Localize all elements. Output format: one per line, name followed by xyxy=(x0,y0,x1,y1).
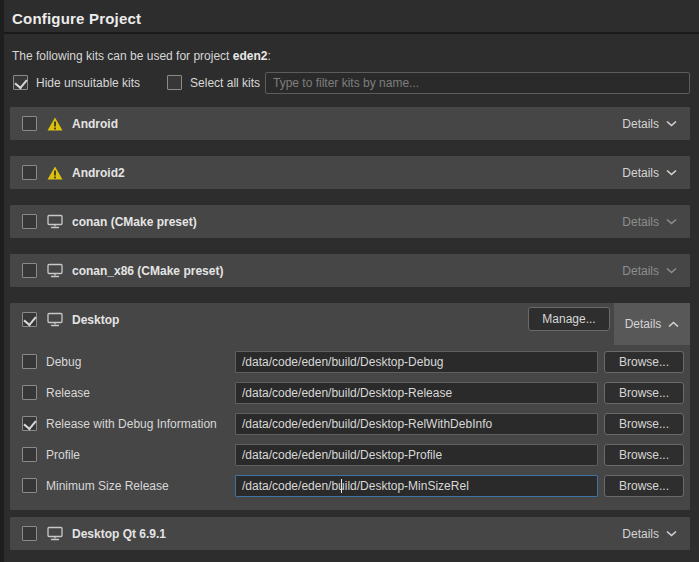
manage-kits-button[interactable]: Manage... xyxy=(528,307,610,331)
build-config-label: Release with Debug Information xyxy=(46,417,217,431)
kit-name: Desktop xyxy=(72,313,119,327)
release-checkbox[interactable] xyxy=(22,385,37,400)
details-label: Details xyxy=(622,117,659,131)
kits-description-prefix: The following kits can be used for proje… xyxy=(12,49,233,63)
details-label: Details xyxy=(622,264,659,278)
kits-description: The following kits can be used for proje… xyxy=(12,49,271,63)
chevron-down-icon xyxy=(666,530,677,537)
minsizerel-checkbox[interactable] xyxy=(22,478,37,493)
kits-description-suffix: : xyxy=(267,49,270,63)
select-all-kits-label: Select all kits xyxy=(190,76,260,90)
warning-icon xyxy=(47,117,63,131)
kit-conan-x86-details-toggle: Details xyxy=(609,254,690,287)
minsizerel-path-input[interactable] xyxy=(235,475,598,497)
kit-name: Desktop Qt 6.9.1 xyxy=(72,527,166,541)
kit-desktop-details-toggle[interactable]: Details xyxy=(614,303,690,345)
debug-path-input[interactable] xyxy=(235,351,598,373)
profile-config-option[interactable]: Profile xyxy=(22,447,80,462)
title-divider xyxy=(4,32,699,34)
build-config-label: Release xyxy=(46,386,90,400)
chevron-down-icon xyxy=(666,169,677,176)
kit-android2-details-toggle[interactable]: Details xyxy=(609,156,690,189)
desktop-monitor-icon xyxy=(47,214,63,229)
kit-desktop-checkbox[interactable] xyxy=(22,312,37,327)
build-config-row-relwithdebinfo: Release with Debug Information Browse... xyxy=(10,413,690,435)
desktop-monitor-icon xyxy=(47,263,63,278)
text-caret xyxy=(341,479,342,493)
filter-controls-row: Hide unsuitable kits Select all kits xyxy=(13,75,260,90)
chevron-down-icon xyxy=(666,218,677,225)
project-name: eden2 xyxy=(233,49,268,63)
kit-desktop-expanded-block: Desktop Manage... Details Debug Browse..… xyxy=(10,303,690,510)
kit-android-details-toggle[interactable]: Details xyxy=(609,107,690,140)
chevron-down-icon xyxy=(666,120,677,127)
desktop-monitor-icon xyxy=(47,526,63,541)
page-title: Configure Project xyxy=(12,10,141,27)
release-config-option[interactable]: Release xyxy=(22,385,90,400)
kit-row-desktop-qt[interactable]: Desktop Qt 6.9.1 Details xyxy=(10,517,690,550)
kit-conan-x86-checkbox[interactable] xyxy=(22,263,37,278)
hide-unsuitable-kits-label: Hide unsuitable kits xyxy=(36,76,140,90)
kit-name: conan_x86 (CMake preset) xyxy=(72,264,223,278)
kit-desktop-qt-checkbox[interactable] xyxy=(22,526,37,541)
kit-row-android[interactable]: Android Details xyxy=(10,107,690,140)
build-config-row-minsizerel: Minimum Size Release Browse... xyxy=(10,475,690,497)
kit-name: Android xyxy=(72,117,118,131)
profile-path-input[interactable] xyxy=(235,444,598,466)
hide-unsuitable-kits-checkbox[interactable] xyxy=(13,75,28,90)
select-all-kits-checkbox[interactable] xyxy=(167,75,182,90)
release-browse-button[interactable]: Browse... xyxy=(604,382,684,404)
hide-unsuitable-kits-option[interactable]: Hide unsuitable kits xyxy=(13,75,140,90)
kit-name: conan (CMake preset) xyxy=(72,215,197,229)
relwithdebinfo-path-input[interactable] xyxy=(235,413,598,435)
kit-desktop-qt-details-toggle[interactable]: Details xyxy=(609,517,690,550)
relwithdebinfo-config-option[interactable]: Release with Debug Information xyxy=(22,416,217,431)
kit-conan-details-toggle: Details xyxy=(609,205,690,238)
kit-name: Android2 xyxy=(72,166,125,180)
profile-browse-button[interactable]: Browse... xyxy=(604,444,684,466)
build-config-label: Minimum Size Release xyxy=(46,479,169,493)
kit-filter-input[interactable] xyxy=(265,72,690,94)
build-config-row-debug: Debug Browse... xyxy=(10,351,690,373)
details-label: Details xyxy=(625,317,662,331)
debug-browse-button[interactable]: Browse... xyxy=(604,351,684,373)
warning-icon xyxy=(47,166,63,180)
relwithdebinfo-checkbox[interactable] xyxy=(22,416,37,431)
build-config-row-release: Release Browse... xyxy=(10,382,690,404)
configure-project-page: Configure Project The following kits can… xyxy=(0,0,699,562)
details-label: Details xyxy=(622,215,659,229)
kit-android2-checkbox[interactable] xyxy=(22,165,37,180)
kit-row-conan-x86[interactable]: conan_x86 (CMake preset) Details xyxy=(10,254,690,287)
kit-row-desktop[interactable]: Desktop Manage... Details xyxy=(10,303,690,336)
debug-checkbox[interactable] xyxy=(22,354,37,369)
build-config-row-profile: Profile Browse... xyxy=(10,444,690,466)
kit-row-android2[interactable]: Android2 Details xyxy=(10,156,690,189)
chevron-up-icon xyxy=(668,321,679,328)
desktop-monitor-icon xyxy=(47,312,63,327)
minsizerel-config-option[interactable]: Minimum Size Release xyxy=(22,478,169,493)
kit-row-conan[interactable]: conan (CMake preset) Details xyxy=(10,205,690,238)
select-all-kits-option[interactable]: Select all kits xyxy=(167,75,260,90)
minsizerel-browse-button[interactable]: Browse... xyxy=(604,475,684,497)
release-path-input[interactable] xyxy=(235,382,598,404)
kit-conan-checkbox[interactable] xyxy=(22,214,37,229)
left-edge-strip xyxy=(0,0,4,562)
build-config-label: Debug xyxy=(46,355,81,369)
profile-checkbox[interactable] xyxy=(22,447,37,462)
chevron-down-icon xyxy=(666,267,677,274)
details-label: Details xyxy=(622,527,659,541)
kit-android-checkbox[interactable] xyxy=(22,116,37,131)
details-label: Details xyxy=(622,166,659,180)
relwithdebinfo-browse-button[interactable]: Browse... xyxy=(604,413,684,435)
build-config-label: Profile xyxy=(46,448,80,462)
debug-config-option[interactable]: Debug xyxy=(22,354,81,369)
